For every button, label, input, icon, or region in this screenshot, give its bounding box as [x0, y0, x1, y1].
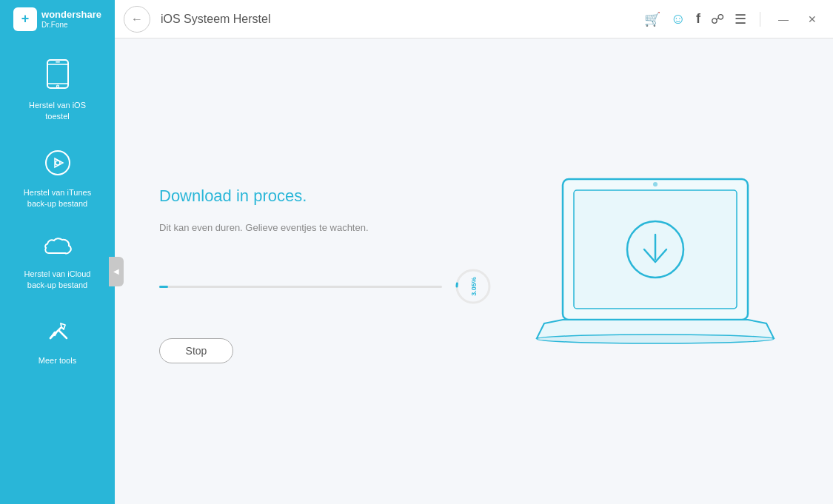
ios-device-icon	[46, 59, 70, 94]
logo-product: Dr.Fone	[41, 21, 101, 29]
menu-icon[interactable]: ☰	[735, 11, 746, 27]
user-icon[interactable]: ☺	[671, 10, 686, 27]
logo-icon: +	[13, 7, 37, 31]
svg-rect-4	[56, 61, 60, 63]
logo-brand: wondershare	[41, 9, 101, 21]
sidebar-item-ios-label: Herstel van iOStoestel	[29, 100, 86, 123]
minimize-button[interactable]: —	[774, 12, 793, 27]
progress-bar	[159, 286, 442, 288]
svg-point-6	[56, 161, 60, 165]
facebook-icon[interactable]: f	[696, 11, 700, 27]
back-button[interactable]: ←	[124, 6, 150, 33]
tools-icon	[44, 317, 71, 349]
right-panel	[522, 164, 789, 386]
itunes-icon	[44, 149, 71, 181]
titlebar-separator	[760, 12, 760, 27]
svg-point-20	[537, 335, 774, 343]
progress-container: 3.05%	[159, 267, 492, 306]
chat-icon[interactable]: ☍	[711, 11, 724, 27]
laptop-illustration	[522, 164, 789, 386]
titlebar: + wondershare Dr.Fone ← iOS Systeem Hers…	[0, 0, 833, 38]
sidebar-item-itunes-label: Herstel van iTunesback-up bestand	[24, 187, 91, 210]
main-layout: Herstel van iOStoestel Herstel van iTune…	[0, 38, 833, 504]
svg-point-16	[653, 182, 658, 187]
cart-icon[interactable]: 🛒	[644, 11, 660, 27]
icloud-icon	[43, 237, 73, 263]
svg-line-9	[59, 331, 67, 338]
sidebar-item-more-tools-label: Meer tools	[39, 355, 76, 366]
sidebar-item-more-tools[interactable]: Meer tools	[0, 304, 115, 380]
sidebar-item-icloud-label: Herstel van iCloudback-up bestand	[24, 269, 91, 292]
download-subtitle: Dit kan even duren. Gelieve eventjes te …	[159, 222, 492, 233]
left-panel: Download in proces. Dit kan even duren. …	[159, 187, 492, 363]
sidebar-item-ios-device[interactable]: Herstel van iOStoestel	[0, 46, 115, 136]
content-inner: Download in proces. Dit kan even duren. …	[159, 75, 789, 474]
svg-point-5	[46, 151, 70, 175]
progress-circle: 3.05%	[454, 267, 492, 306]
titlebar-actions: 🛒 ☺ f ☍ ☰ — ✕	[644, 10, 821, 27]
content-area: Download in proces. Dit kan even duren. …	[115, 38, 833, 504]
logo: + wondershare Dr.Fone	[0, 0, 115, 38]
stop-button[interactable]: Stop	[159, 338, 233, 363]
sidebar: Herstel van iOStoestel Herstel van iTune…	[0, 38, 115, 504]
download-title: Download in proces.	[159, 187, 492, 206]
svg-point-3	[56, 85, 58, 87]
svg-text:3.05%: 3.05%	[470, 277, 478, 296]
sidebar-item-icloud-backup[interactable]: Herstel van iCloudback-up bestand	[0, 224, 115, 305]
close-button[interactable]: ✕	[803, 12, 821, 27]
sidebar-item-itunes-backup[interactable]: Herstel van iTunesback-up bestand	[0, 136, 115, 224]
sidebar-collapse-button[interactable]: ◀	[109, 257, 124, 286]
progress-bar-fill	[159, 286, 168, 288]
page-title: iOS Systeem Herstel	[161, 13, 644, 26]
